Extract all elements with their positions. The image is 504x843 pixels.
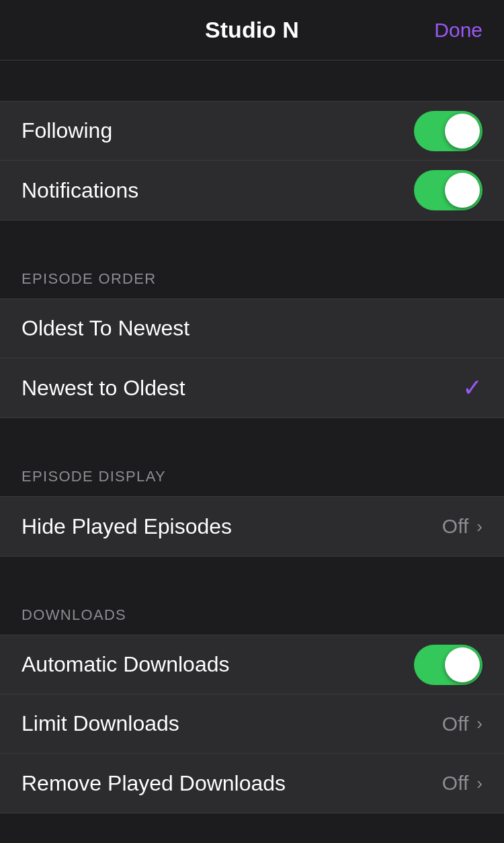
downloads-section-label: DOWNLOADS (22, 606, 126, 623)
notifications-row[interactable]: Notifications (0, 161, 504, 220)
automatic-downloads-toggle[interactable] (414, 645, 482, 685)
episode-display-section-label: EPISODE DISPLAY (22, 468, 166, 485)
chevron-icon: › (476, 516, 482, 537)
episode-order-section-label: EPISODE ORDER (22, 270, 157, 287)
episode-display-header: EPISODE DISPLAY (0, 452, 504, 496)
limit-downloads-chevron-icon: › (476, 713, 482, 734)
hide-played-episodes-row[interactable]: Hide Played Episodes Off › (0, 497, 504, 556)
following-notifications-group: Following Notifications (0, 101, 504, 220)
top-spacer (0, 61, 504, 101)
following-toggle-knob (445, 114, 480, 149)
hide-played-value: Off (442, 515, 468, 538)
newest-to-oldest-row[interactable]: Newest to Oldest ✓ (0, 358, 504, 417)
episode-order-header: EPISODE ORDER (0, 254, 504, 298)
hide-played-episodes-label: Hide Played Episodes (22, 514, 232, 539)
remove-played-downloads-chevron-icon: › (476, 773, 482, 794)
limit-downloads-row[interactable]: Limit Downloads Off › (0, 694, 504, 754)
notifications-toggle-knob (445, 173, 480, 208)
remove-played-downloads-row[interactable]: Remove Played Downloads Off › (0, 754, 504, 813)
navigation-header: Studio N Done (0, 0, 504, 61)
newest-to-oldest-label: Newest to Oldest (22, 376, 185, 401)
episode-order-group: Oldest To Newest Newest to Oldest ✓ (0, 298, 504, 418)
checkmark-icon: ✓ (462, 374, 482, 402)
automatic-downloads-label: Automatic Downloads (22, 652, 229, 677)
automatic-downloads-toggle-knob (445, 647, 480, 682)
following-toggle[interactable] (414, 111, 482, 151)
oldest-to-newest-row[interactable]: Oldest To Newest (0, 299, 504, 358)
notifications-toggle[interactable] (414, 170, 482, 210)
page-title: Studio N (205, 17, 299, 43)
notifications-label: Notifications (22, 178, 138, 203)
gap-3 (0, 557, 504, 590)
limit-downloads-value: Off (442, 713, 468, 735)
gap-1 (0, 220, 504, 254)
remove-played-downloads-value-group: Off › (442, 772, 482, 795)
automatic-downloads-row[interactable]: Automatic Downloads (0, 635, 504, 694)
following-row[interactable]: Following (0, 102, 504, 161)
gap-2 (0, 418, 504, 452)
hide-played-value-group: Off › (442, 515, 482, 538)
following-label: Following (22, 118, 112, 143)
downloads-header: DOWNLOADS (0, 590, 504, 635)
limit-downloads-label: Limit Downloads (22, 711, 179, 736)
episode-display-group: Hide Played Episodes Off › (0, 496, 504, 557)
done-button[interactable]: Done (434, 19, 482, 42)
remove-played-downloads-label: Remove Played Downloads (22, 771, 286, 796)
oldest-to-newest-label: Oldest To Newest (22, 316, 190, 341)
limit-downloads-value-group: Off › (442, 713, 482, 735)
remove-played-downloads-value: Off (442, 772, 468, 795)
downloads-group: Automatic Downloads Limit Downloads Off … (0, 635, 504, 813)
